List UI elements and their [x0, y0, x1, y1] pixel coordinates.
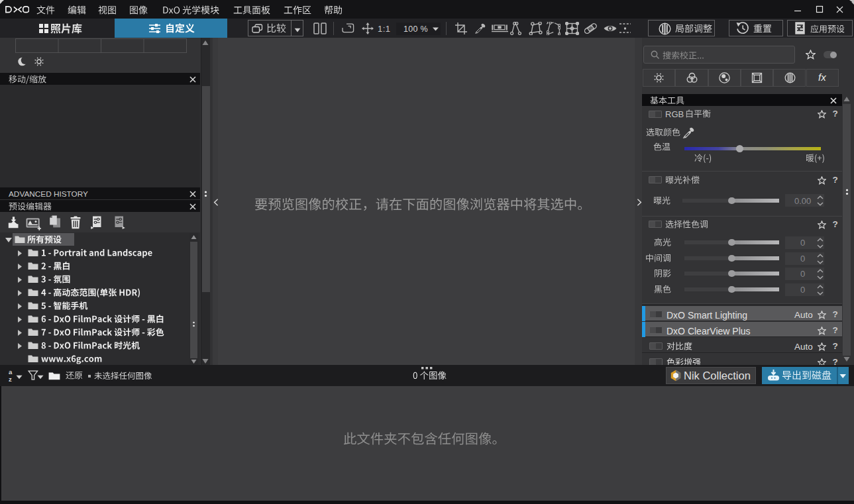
svg-text:fx: fx — [818, 72, 826, 83]
